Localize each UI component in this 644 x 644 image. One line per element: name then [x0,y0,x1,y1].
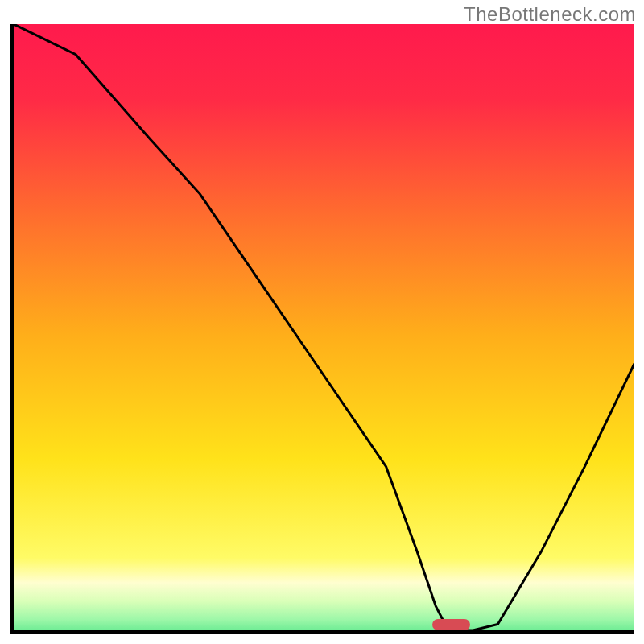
bottleneck-curve [14,24,634,630]
optimal-marker [432,619,471,630]
chart-container: TheBottleneck.com [0,0,644,644]
watermark-text: TheBottleneck.com [464,3,636,26]
plot-frame [10,24,634,634]
